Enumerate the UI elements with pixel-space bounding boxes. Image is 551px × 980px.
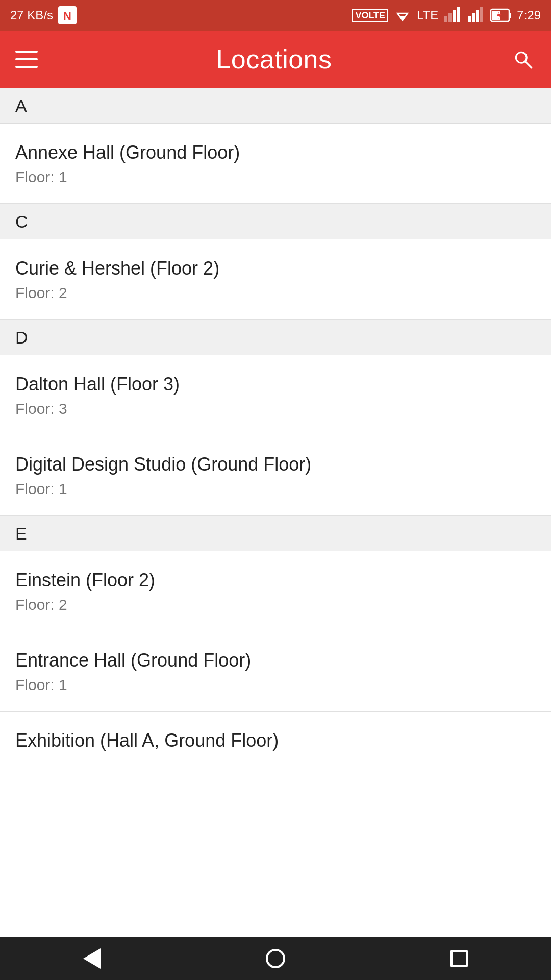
location-floor: Floor: 1 [15,168,536,186]
page-title: Locations [216,44,332,75]
svg-rect-13 [509,13,511,18]
section-header-c: C [0,204,551,239]
svg-rect-11 [480,7,483,22]
location-name: Dalton Hall (Floor 3) [15,374,536,395]
app-bar: Locations [0,31,551,88]
section-header-e: E [0,516,551,551]
location-name: Einstein (Floor 2) [15,570,536,591]
navigation-bar [0,937,551,980]
list-item[interactable]: Einstein (Floor 2) Floor: 2 [0,551,551,631]
search-icon [513,49,533,69]
list-item[interactable]: Annexe Hall (Ground Floor) Floor: 1 [0,124,551,204]
location-floor: Floor: 2 [15,284,536,302]
list-item[interactable]: Exhibition (Hall A, Ground Floor) [0,712,551,774]
list-item[interactable]: Curie & Hershel (Floor 2) Floor: 2 [0,239,551,320]
menu-line-1 [15,51,38,53]
svg-rect-9 [472,13,475,22]
home-icon [266,949,285,968]
section-letter: D [15,328,28,348]
section-header-d: D [0,320,551,355]
location-floor: Floor: 1 [15,480,536,498]
recents-button[interactable] [439,938,480,979]
list-item[interactable]: Dalton Hall (Floor 3) Floor: 3 [0,355,551,435]
home-button[interactable] [255,938,296,979]
list-item[interactable]: Digital Design Studio (Ground Floor) Flo… [0,435,551,516]
menu-line-3 [15,66,38,68]
location-floor: Floor: 3 [15,400,536,418]
svg-rect-8 [468,16,471,22]
location-name: Annexe Hall (Ground Floor) [15,142,536,163]
volte-badge: VOLTE [352,9,388,22]
back-icon [83,948,101,969]
location-floor: Floor: 2 [15,596,536,614]
wifi-icon [393,6,412,24]
location-name: Digital Design Studio (Ground Floor) [15,454,536,475]
status-bar-left: 27 KB/s N [10,6,77,24]
location-name: Entrance Hall (Ground Floor) [15,650,536,671]
network-speed: 27 KB/s [10,8,53,22]
svg-rect-4 [444,16,447,22]
status-bar-right: VOLTE LTE 7:29 [352,6,541,24]
svg-rect-10 [476,10,479,22]
section-letter: E [15,524,27,544]
location-name: Exhibition (Hall A, Ground Floor) [15,730,536,751]
battery-icon [490,6,512,24]
signal-icon [443,6,462,24]
section-letter: A [15,96,27,116]
back-button[interactable] [71,938,112,979]
svg-rect-7 [457,7,460,22]
svg-rect-6 [453,10,456,22]
recents-icon [450,950,468,967]
search-button[interactable] [510,46,536,72]
menu-line-2 [15,58,38,60]
location-name: Curie & Hershel (Floor 2) [15,258,536,279]
hamburger-menu-button[interactable] [15,51,38,68]
svg-text:N: N [63,10,71,22]
time-display: 7:29 [517,8,541,22]
signal-icon-2 [467,6,485,24]
svg-rect-5 [448,13,452,22]
status-bar: 27 KB/s N VOLTE LTE [0,0,551,31]
notification-icon: N [58,6,77,24]
lte-label: LTE [417,8,438,22]
locations-list: A Annexe Hall (Ground Floor) Floor: 1 C … [0,88,551,937]
location-floor: Floor: 1 [15,676,536,694]
list-item[interactable]: Entrance Hall (Ground Floor) Floor: 1 [0,631,551,712]
section-header-a: A [0,88,551,124]
svg-line-17 [525,62,532,68]
section-letter: C [15,212,28,232]
